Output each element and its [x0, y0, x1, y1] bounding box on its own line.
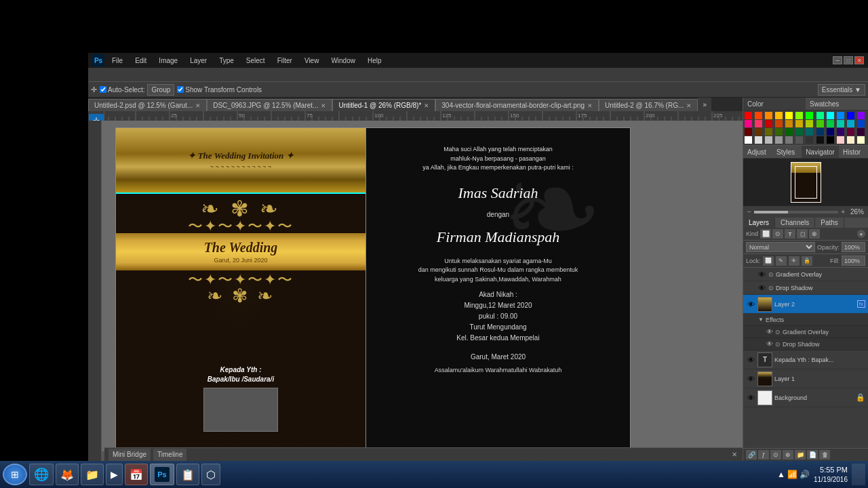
menu-edit[interactable]: Edit	[130, 56, 151, 65]
color-swatch[interactable]	[837, 136, 844, 144]
color-swatch[interactable]	[755, 120, 762, 127]
color-swatch[interactable]	[795, 120, 803, 127]
swatches-tab[interactable]: Swatches	[806, 98, 868, 110]
lock-move-btn[interactable]: ✛	[789, 256, 800, 266]
canvas-area[interactable]: ✦ The Wedding Invitation ✦ ~ ~ ~ ~ ~ ~ ~…	[102, 121, 854, 461]
effects-arrow[interactable]: ▼	[758, 317, 764, 323]
color-swatch[interactable]	[775, 136, 783, 144]
layer-vis-go2[interactable]: 👁	[766, 328, 773, 336]
styles-tab[interactable]: Styles	[772, 146, 802, 158]
menu-layer[interactable]: Layer	[185, 56, 212, 65]
link-layers-btn[interactable]: 🔗	[746, 450, 757, 460]
taskbar-app3[interactable]: ⬡	[201, 464, 220, 485]
system-clock[interactable]: 5:55 PM 11/19/2016	[814, 465, 848, 483]
blend-mode-select[interactable]: Normal	[746, 242, 815, 252]
color-swatch[interactable]	[745, 128, 752, 136]
zoom-out-icon[interactable]: −	[747, 208, 751, 216]
close-button[interactable]: ✕	[854, 56, 864, 64]
color-swatch[interactable]	[755, 136, 762, 144]
color-swatch[interactable]	[765, 136, 772, 144]
show-transform-checkbox[interactable]: Show Transform Controls	[177, 86, 262, 94]
new-fill-btn[interactable]: ⊕	[783, 450, 793, 460]
color-swatch[interactable]	[857, 120, 865, 127]
filter-type-btn[interactable]: T	[785, 229, 795, 239]
tab-close-1[interactable]: ✕	[321, 102, 326, 109]
tab-close-4[interactable]: ✕	[686, 102, 692, 109]
taskbar-app2[interactable]: 📋	[176, 464, 199, 485]
tray-network-icon[interactable]: 📶	[787, 470, 797, 479]
layers-tab[interactable]: Layers	[743, 218, 775, 228]
menu-view[interactable]: View	[300, 56, 324, 65]
menu-filter[interactable]: Filter	[273, 56, 297, 65]
lock-position-btn[interactable]: ⬜	[763, 256, 774, 266]
layer-vis-ds2[interactable]: 👁	[766, 340, 773, 348]
filter-smart-btn[interactable]: ⊕	[809, 229, 820, 239]
tab-untitled2psd[interactable]: Untitled-2.psd @ 12.5% (Garut... ✕	[88, 99, 207, 111]
history-tab[interactable]: Histor	[839, 146, 868, 158]
filter-shape-btn[interactable]: ◻	[797, 229, 808, 239]
layer-vis-ds1[interactable]: 👁	[757, 283, 766, 293]
tab-untitled2[interactable]: Untitled-2 @ 16.7% (RG... ✕	[599, 99, 698, 111]
taskbar-media[interactable]: ▶	[106, 464, 123, 485]
color-swatch[interactable]	[795, 112, 803, 119]
color-swatch[interactable]	[765, 128, 772, 136]
color-swatch[interactable]	[837, 128, 844, 136]
tab-close-0[interactable]: ✕	[195, 102, 201, 109]
layer-effect-ds2[interactable]: 👁 ⊙ Drop Shadow	[743, 338, 868, 350]
color-swatch[interactable]	[785, 112, 793, 119]
fill-value[interactable]: 100%	[842, 256, 865, 266]
navigator-tab[interactable]: Navigator	[802, 146, 839, 158]
color-swatch[interactable]	[806, 112, 813, 119]
color-swatch[interactable]	[816, 120, 824, 127]
taskbar-app1[interactable]: 📅	[125, 464, 148, 485]
group-dropdown[interactable]: Group	[147, 84, 174, 96]
tray-volume-icon[interactable]: 🔊	[800, 470, 810, 479]
color-swatch[interactable]	[827, 112, 834, 119]
menu-help[interactable]: Help	[363, 56, 387, 65]
add-style-btn[interactable]: ƒ	[758, 450, 769, 460]
new-layer-btn[interactable]: 📄	[807, 450, 818, 460]
color-swatch[interactable]	[785, 120, 793, 127]
layer-vis-l1[interactable]: 👁	[746, 374, 755, 384]
color-swatch[interactable]	[806, 120, 813, 127]
color-swatch[interactable]	[745, 120, 752, 127]
color-swatch[interactable]	[775, 120, 783, 127]
color-swatch[interactable]	[765, 112, 772, 119]
color-swatch[interactable]	[847, 112, 854, 119]
layer-effect-go2[interactable]: 👁 ⊙ Gradient Overlay	[743, 326, 868, 338]
filter-toggle[interactable]: ●	[857, 230, 865, 238]
lock-pixel-btn[interactable]: ✎	[776, 256, 787, 266]
color-swatch[interactable]	[816, 136, 824, 144]
layer-vis-kepada[interactable]: 👁	[746, 355, 755, 365]
color-swatch[interactable]	[857, 136, 865, 144]
lock-all-btn[interactable]: 🔒	[802, 256, 812, 266]
tab-untitled1[interactable]: Untitled-1 @ 26% (RGB/8)* ✕	[332, 99, 435, 111]
layer-vis-go1[interactable]: 👁	[757, 270, 766, 279]
tab-close-2[interactable]: ✕	[424, 102, 429, 109]
layer-row-layer2[interactable]: 👁 Layer 2 fx	[743, 295, 868, 314]
color-swatch[interactable]	[847, 120, 854, 127]
tab-close-3[interactable]: ✕	[587, 102, 593, 109]
taskbar-photoshop[interactable]: Ps	[150, 464, 174, 485]
color-swatch[interactable]	[847, 136, 854, 144]
layer-row-gradient-overlay-1[interactable]: 👁 ⊙ Gradient Overlay	[743, 268, 868, 281]
essentials-dropdown[interactable]: Essentials ▼	[818, 84, 865, 96]
mini-bridge-tab[interactable]: Mini Bridge	[108, 449, 151, 461]
auto-select-checkbox[interactable]: Auto-Select:	[100, 86, 144, 94]
add-mask-btn[interactable]: ⊙	[770, 450, 781, 460]
color-swatch[interactable]	[775, 112, 783, 119]
color-swatch[interactable]	[837, 120, 844, 127]
color-swatch[interactable]	[837, 112, 844, 119]
delete-layer-btn[interactable]: 🗑	[819, 450, 830, 460]
zoom-in-icon[interactable]: +	[841, 208, 845, 216]
timeline-tab[interactable]: Timeline	[153, 449, 186, 461]
tab-dsc0963[interactable]: DSC_0963.JPG @ 12.5% (Maret... ✕	[207, 99, 332, 111]
layer-row-background[interactable]: 👁 Background 🔒	[743, 388, 868, 407]
color-swatch[interactable]	[816, 112, 824, 119]
show-desktop-button[interactable]	[852, 464, 865, 485]
layer-row-drop-shadow-1[interactable]: 👁 ⊙ Drop Shadow	[743, 281, 868, 295]
color-swatch[interactable]	[827, 136, 834, 144]
color-swatch[interactable]	[827, 128, 834, 136]
menu-type[interactable]: Type	[214, 56, 239, 65]
layer-vis-bg[interactable]: 👁	[746, 393, 755, 403]
